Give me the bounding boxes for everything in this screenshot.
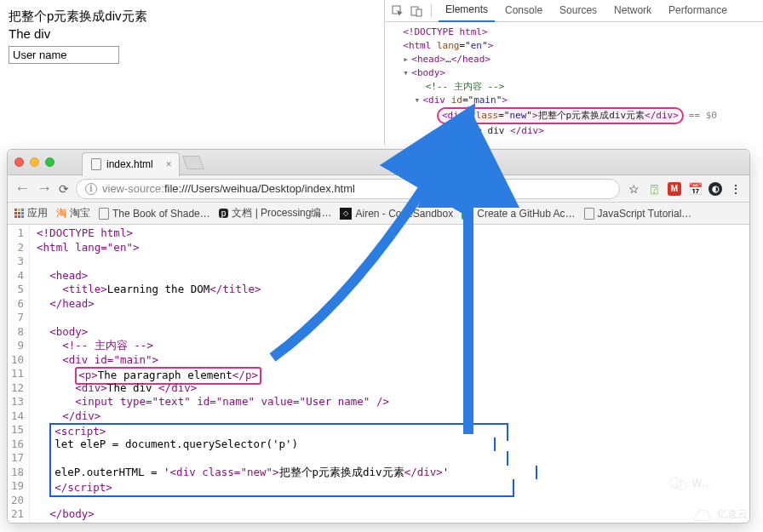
svg-point-3: [669, 478, 681, 488]
devtools-selected-node[interactable]: <div class="new">把整个p元素换成div元素</div>== $…: [392, 107, 756, 124]
view-source-pane[interactable]: 12345678910111213141516171819202122 <!DO…: [8, 225, 749, 523]
bookmark-github[interactable]: JSCreate a GitHub Ac…: [462, 208, 575, 220]
bookmark-codesandbox[interactable]: ◇Airen - CodeSandbox: [340, 208, 453, 220]
page-text-line1: 把整个p元素换成div元素: [9, 9, 375, 25]
user-name-input[interactable]: [9, 46, 119, 64]
new-tab-button[interactable]: [182, 156, 204, 169]
bookmarks-bar: 应用 淘淘宝 The Book of Shade… p文档 | Processi…: [8, 203, 749, 225]
tab-sources[interactable]: Sources: [553, 0, 604, 21]
inspect-element-icon[interactable]: [390, 3, 405, 19]
wechat-watermark: W…: [668, 476, 712, 491]
file-icon: [91, 158, 101, 170]
rendered-page: 把整个p元素换成div元素 The div: [9, 7, 375, 64]
bookmark-taobao[interactable]: 淘淘宝: [56, 206, 90, 220]
tab-elements[interactable]: Elements: [439, 0, 495, 22]
calendar-ext-icon[interactable]: 📅: [688, 182, 702, 196]
devtools-tabbar: Elements Console Sources Network Perform…: [385, 0, 763, 22]
address-bar[interactable]: i view-source:file:///Users/weihua/Deskt…: [76, 179, 620, 199]
doctype: <!DOCTYPE html>: [403, 26, 487, 37]
page-text-line2: The div: [9, 26, 375, 41]
window-minimize-icon[interactable]: [30, 157, 39, 167]
window-close-icon[interactable]: [14, 157, 24, 167]
browser-toolbar: ← → ⟳ i view-source:file:///Users/weihua…: [8, 175, 749, 203]
bookmark-jstutorial[interactable]: JavaScript Tutorial…: [584, 208, 692, 220]
line-gutter: 12345678910111213141516171819202122: [8, 225, 30, 523]
divider: [431, 4, 432, 18]
device-toggle-icon[interactable]: [409, 3, 424, 19]
url-text: view-source:file:///Users/weihua/Desktop…: [102, 182, 355, 195]
tab-performance[interactable]: Performance: [662, 0, 734, 21]
browser-tab[interactable]: index.html ×: [82, 152, 180, 176]
star-icon[interactable]: ☆: [627, 182, 640, 196]
back-icon[interactable]: ←: [14, 180, 30, 197]
tab-title: index.html: [106, 158, 153, 170]
octotree-ext-icon[interactable]: ◐: [708, 182, 722, 196]
forward-icon[interactable]: →: [37, 180, 52, 197]
window-titlebar: index.html ×: [8, 150, 749, 175]
gmail-ext-icon[interactable]: M: [668, 182, 681, 196]
menu-icon[interactable]: ⋮: [729, 182, 743, 196]
file-icon: [584, 208, 594, 220]
svg-rect-2: [416, 9, 422, 16]
devtools-dom-tree[interactable]: <!DOCTYPE html> <html lang="en"> ▸<head>…: [385, 22, 763, 141]
bookmark-shaders[interactable]: The Book of Shade…: [99, 208, 210, 220]
extension-icon[interactable]: ⍰: [647, 182, 661, 196]
reload-icon[interactable]: ⟳: [59, 182, 69, 196]
codesandbox-icon: ◇: [340, 208, 352, 220]
tab-console[interactable]: Console: [498, 0, 549, 21]
browser-window: index.html × ← → ⟳ i view-source:file://…: [7, 149, 750, 523]
tab-network[interactable]: Network: [607, 0, 658, 21]
bookmark-processing[interactable]: p文档 | Processing编…: [219, 206, 332, 220]
apps-icon: [14, 209, 24, 218]
devtools-panel: Elements Console Sources Network Perform…: [384, 0, 763, 145]
tab-close-icon[interactable]: ×: [166, 158, 172, 170]
apps-button[interactable]: 应用: [14, 206, 48, 220]
file-icon: [99, 208, 109, 220]
source-code: <!DOCTYPE html><html lang="en"> <head> <…: [30, 225, 537, 523]
window-maximize-icon[interactable]: [45, 157, 54, 167]
yisu-watermark: 亿速云: [691, 507, 748, 522]
info-icon[interactable]: i: [85, 183, 97, 195]
